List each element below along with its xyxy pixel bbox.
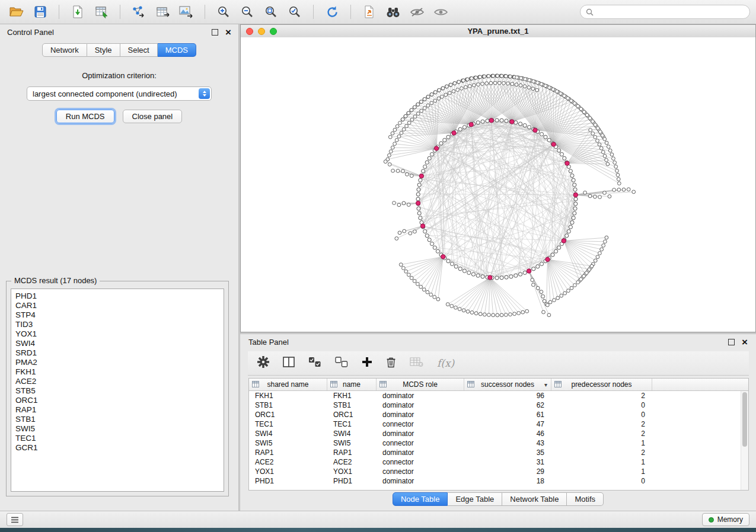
table-cell-successor_nodes[interactable]: 47 — [464, 420, 551, 428]
tab-node-table[interactable]: Node Table — [393, 492, 448, 506]
tab-network-table[interactable]: Network Table — [502, 492, 567, 506]
table-cell-mcds_role[interactable]: dominator — [377, 411, 464, 419]
table-cell-shared_name[interactable]: RAP1 — [249, 448, 327, 457]
table-cell-successor_nodes[interactable]: 31 — [464, 458, 551, 466]
import-network-file-icon[interactable] — [67, 3, 88, 21]
table-cell-successor_nodes[interactable]: 96 — [464, 392, 551, 400]
export-network-icon[interactable] — [128, 3, 149, 21]
table-cell-shared_name[interactable]: SWI4 — [249, 430, 327, 438]
mcds-result-item[interactable]: SWI5 — [15, 424, 224, 434]
zoom-in-icon[interactable] — [213, 3, 234, 21]
table-cell-predecessor_nodes[interactable]: 2 — [551, 448, 652, 457]
close-panel-button[interactable]: Close panel — [123, 110, 183, 123]
float-table-panel-icon[interactable] — [728, 339, 735, 345]
table-cell-successor_nodes[interactable]: 18 — [464, 477, 551, 485]
table-cell-shared_name[interactable]: FKH1 — [249, 392, 327, 400]
import-table-file-icon[interactable] — [91, 3, 112, 21]
table-cell-mcds_role[interactable]: dominator — [377, 430, 464, 438]
table-cell-successor_nodes[interactable]: 62 — [464, 401, 551, 409]
tab-network[interactable]: Network — [42, 43, 87, 57]
mcds-result-item[interactable]: TEC1 — [15, 434, 224, 443]
table-row[interactable]: STB1STB1dominator620 — [249, 400, 748, 410]
table-row[interactable]: TEC1TEC1connector472 — [249, 419, 748, 429]
table-cell-mcds_role[interactable]: connector — [377, 420, 464, 428]
mcds-result-item[interactable]: STB1 — [15, 415, 224, 424]
show-columns-icon[interactable] — [283, 357, 295, 370]
mcds-result-item[interactable]: PHD1 — [15, 291, 224, 301]
table-row[interactable]: FKH1FKH1dominator962 — [249, 391, 748, 400]
tab-edge-table[interactable]: Edge Table — [448, 492, 502, 506]
select-all-icon[interactable] — [308, 357, 321, 370]
add-column-icon[interactable] — [362, 357, 372, 370]
mcds-result-item[interactable]: CAR1 — [15, 301, 224, 310]
table-cell-predecessor_nodes[interactable]: 1 — [551, 467, 652, 476]
table-row[interactable]: SWI5SWI5connector431 — [249, 438, 748, 448]
open-session-icon[interactable] — [6, 3, 27, 21]
table-row[interactable]: YOX1YOX1connector291 — [249, 467, 748, 476]
table-row[interactable]: RAP1RAP1dominator352 — [249, 448, 748, 457]
zoom-out-icon[interactable] — [237, 3, 258, 21]
close-table-panel-icon[interactable]: × — [742, 338, 748, 347]
table-cell-name[interactable]: SWI5 — [327, 439, 377, 447]
table-cell-shared_name[interactable]: PHD1 — [249, 477, 327, 485]
deselect-all-icon[interactable] — [335, 357, 348, 370]
table-row[interactable]: ACE2ACE2connector311 — [249, 457, 748, 467]
mcds-result-item[interactable]: TID3 — [15, 320, 224, 329]
run-mcds-button[interactable]: Run MCDS — [56, 110, 114, 123]
eye-visible-icon[interactable] — [430, 3, 451, 21]
table-cell-mcds_role[interactable]: connector — [377, 458, 464, 466]
mcds-result-item[interactable]: SRD1 — [15, 348, 224, 358]
optimization-select[interactable]: largest connected component (undirected) — [27, 86, 212, 101]
table-row[interactable]: SWI4SWI4dominator462 — [249, 429, 748, 438]
search-input[interactable] — [597, 7, 744, 17]
mcds-result-list[interactable]: PHD1CAR1STP4TID3YOX1SWI4SRD1PMA2FKH1ACE2… — [11, 289, 224, 492]
chevron-down-icon[interactable]: ▾ — [544, 382, 547, 388]
table-cell-name[interactable]: STB1 — [327, 401, 377, 409]
table-cell-name[interactable]: TEC1 — [327, 420, 377, 428]
mcds-result-item[interactable]: STB5 — [15, 386, 224, 396]
table-row[interactable]: PHD1PHD1dominator180 — [249, 476, 748, 486]
zoom-fit-icon[interactable] — [260, 3, 282, 21]
network-canvas[interactable] — [241, 37, 755, 332]
export-image-icon[interactable] — [176, 3, 197, 21]
column-header-successor_nodes[interactable]: successor nodes▾ — [464, 379, 551, 390]
table-cell-successor_nodes[interactable]: 29 — [464, 467, 551, 476]
table-cell-shared_name[interactable]: YOX1 — [249, 467, 327, 476]
mcds-result-item[interactable]: FKH1 — [15, 367, 224, 377]
table-cell-shared_name[interactable]: SWI5 — [249, 439, 327, 447]
table-cell-name[interactable]: YOX1 — [327, 467, 377, 476]
table-cell-predecessor_nodes[interactable]: 2 — [551, 430, 652, 438]
mcds-result-item[interactable]: ACE2 — [15, 377, 224, 386]
search-box[interactable] — [580, 5, 750, 19]
table-scrollbar-thumb[interactable] — [742, 392, 747, 447]
mcds-result-item[interactable]: GCR1 — [15, 443, 224, 453]
table-cell-predecessor_nodes[interactable]: 2 — [551, 420, 652, 428]
tab-mcds[interactable]: MCDS — [158, 43, 196, 57]
table-cell-name[interactable]: PHD1 — [327, 477, 377, 485]
tab-select[interactable]: Select — [120, 43, 158, 57]
mcds-result-item[interactable]: STP4 — [15, 310, 224, 320]
mcds-result-item[interactable]: RAP1 — [15, 405, 224, 415]
mcds-result-item[interactable]: PMA2 — [15, 358, 224, 367]
refresh-view-icon[interactable] — [321, 3, 343, 21]
column-header-name[interactable]: name — [327, 379, 377, 390]
table-cell-shared_name[interactable]: TEC1 — [249, 420, 327, 428]
table-cell-shared_name[interactable]: ORC1 — [249, 411, 327, 419]
table-cell-successor_nodes[interactable]: 43 — [464, 439, 551, 447]
table-cell-mcds_role[interactable]: connector — [377, 467, 464, 476]
table-cell-mcds_role[interactable]: dominator — [377, 401, 464, 409]
table-cell-predecessor_nodes[interactable]: 1 — [551, 458, 652, 466]
table-cell-successor_nodes[interactable]: 35 — [464, 448, 551, 457]
search-binoculars-icon[interactable] — [382, 3, 404, 21]
float-panel-icon[interactable] — [212, 29, 218, 36]
export-table-icon[interactable] — [152, 3, 173, 21]
save-session-icon[interactable] — [30, 3, 51, 21]
table-cell-predecessor_nodes[interactable]: 0 — [551, 477, 652, 485]
mcds-result-item[interactable]: YOX1 — [15, 329, 224, 339]
table-cell-mcds_role[interactable]: dominator — [377, 448, 464, 457]
memory-button[interactable]: Memory — [702, 513, 749, 526]
column-header-predecessor_nodes[interactable]: predecessor nodes — [551, 379, 652, 390]
close-panel-icon[interactable]: × — [225, 28, 231, 37]
gear-icon[interactable] — [257, 356, 269, 370]
mcds-result-item[interactable]: ORC1 — [15, 396, 224, 405]
